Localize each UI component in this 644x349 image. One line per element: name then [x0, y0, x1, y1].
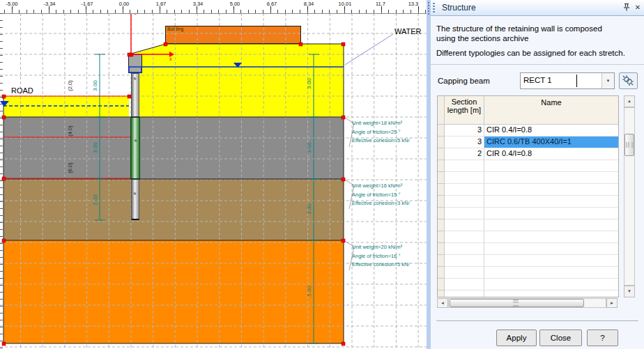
help-button[interactable]: ? [587, 329, 618, 346]
layer-boundaries [3, 44, 344, 343]
capping-beam-select[interactable]: RECT 1 ▼ [520, 72, 615, 89]
ruler-label: 8.34 [304, 1, 314, 7]
dim-right-2: 3.00 [306, 142, 312, 153]
scroll-down-button[interactable]: ▼ [624, 286, 635, 297]
table-row-empty[interactable] [438, 196, 618, 208]
application-window: Building [0, 0, 644, 349]
dim-left-1: 3.00 [92, 80, 98, 91]
table-row-empty[interactable] [438, 208, 618, 219]
cell-length[interactable]: 3 [445, 125, 484, 137]
structure-panel: Structure ✕ The structure of the retaini… [431, 0, 644, 349]
table-row[interactable]: 2 CIR 0.4/I=0.8 [438, 148, 618, 160]
z-axis [131, 11, 170, 54]
vertical-scrollbar-thumb[interactable] [624, 134, 634, 156]
ruler-label: 11.7 [376, 1, 385, 7]
column-header-length: Section length [m] [445, 96, 484, 125]
scroll-up-button[interactable]: ▲ [624, 95, 635, 107]
layer-thickness-1: (2.0) [67, 80, 73, 91]
capping-beam-label: Capping beam [438, 77, 490, 85]
linework [0, 0, 427, 349]
panel-description2: Different typologies can be assigned for… [436, 49, 625, 57]
cell-length[interactable]: 3 [445, 137, 484, 148]
apply-button[interactable]: Apply [496, 329, 537, 346]
titlebar-grip [433, 3, 435, 13]
soil-annotation-3: Unit weight=20 kN/m³ Angle of friction=1… [352, 243, 426, 270]
ruler-label: 13.3 [408, 1, 419, 7]
dim-right-1: 3.00 [306, 78, 312, 89]
table-row-empty[interactable] [438, 184, 618, 196]
table-header-row: Section length [m] Name [438, 96, 618, 125]
row-header-gutter [438, 96, 445, 125]
cell-length[interactable]: 2 [445, 148, 484, 160]
ruler-label: -5.00 [6, 1, 17, 7]
ruler-label: -1.67 [81, 1, 93, 7]
horizontal-ruler: -5.00 -3.34 -1.67 0.00 1.67 3.34 5.00 6.… [0, 0, 427, 14]
ruler-label: 0.00 [119, 1, 130, 7]
separator [436, 320, 638, 321]
thumb-grip [627, 142, 633, 148]
text-caret [576, 75, 577, 87]
splitter-grip [428, 2, 429, 15]
dim-left-3: 2.00 [92, 194, 98, 205]
scroll-left-button[interactable]: ◄ [437, 298, 448, 308]
layer-thickness-3: (6.0) [67, 162, 73, 173]
dim-right-3: 3.00 [306, 203, 312, 215]
pile-mark-3: ø [132, 192, 137, 195]
table-row[interactable]: 3 CIR 0.4/I=0.8 [438, 125, 618, 137]
ruler-minor-ticks [0, 10, 427, 13]
water-label: WATER [394, 27, 422, 36]
water-label-leader [345, 34, 393, 65]
ruler-label: 1.67 [156, 1, 167, 7]
table-row-empty[interactable] [438, 172, 618, 184]
cell-name[interactable]: CIR 0.4/I=0.8 [484, 125, 619, 137]
cell-name-selected[interactable]: CIRC 0.6/TB 400X40/I=1 [484, 137, 619, 148]
panel-titlebar[interactable]: Structure ✕ [431, 0, 644, 16]
table-row-empty[interactable] [438, 279, 618, 290]
capping-beam-value: RECT 1 [523, 76, 552, 84]
panel-title: Structure [442, 3, 476, 13]
ruler-label: 3.34 [193, 1, 204, 7]
control-points [2, 42, 345, 346]
dim-right-4: 5.00 [306, 286, 312, 297]
table-row-empty[interactable] [438, 243, 618, 255]
pile-mark-1: ø [132, 77, 137, 80]
drawing-canvas[interactable]: Building [0, 0, 427, 349]
close-button[interactable]: Close [539, 329, 582, 346]
ruler-label: -3.34 [43, 1, 55, 7]
dim-left-2: 3.00 [92, 142, 98, 153]
scroll-right-button[interactable]: ► [606, 298, 618, 308]
soil-annotation-2: Unit weight=16 kN/m³ Angle of friction=1… [352, 182, 426, 208]
table-row-empty[interactable] [438, 231, 618, 243]
close-icon[interactable]: ✕ [633, 3, 643, 13]
layer-thickness-2: (4.0) [67, 125, 73, 136]
pin-icon[interactable] [621, 3, 631, 13]
column-header-name: Name [484, 96, 619, 125]
ruler-label: 5.00 [230, 1, 240, 7]
separator [431, 64, 644, 65]
road-label: ROAD [11, 86, 33, 95]
ruler-label: 6.67 [267, 1, 277, 7]
thumb-grip [513, 300, 519, 307]
soil-annotation-1: Unit weight=18 kN/m³ Angle of friction=2… [352, 119, 426, 146]
ruler-label: 10.01 [339, 1, 352, 7]
sections-archive-button[interactable] [619, 72, 638, 89]
table-row-empty[interactable] [438, 255, 618, 267]
water-lines [3, 67, 344, 106]
chevron-down-icon[interactable]: ▼ [601, 73, 614, 88]
panel-description-line2: using the sections archive [436, 34, 528, 42]
table-row-selected[interactable]: 3 CIRC 0.6/TB 400X40/I=1 [438, 137, 618, 148]
stretches-table[interactable]: Section length [m] Name 3 CIR 0.4/I=0.8 … [437, 95, 619, 297]
table-row-empty[interactable] [438, 160, 618, 172]
table-row-empty[interactable] [438, 267, 618, 279]
table-row-empty[interactable] [438, 290, 618, 297]
panel-description-line1: The structure of the retaining wall is c… [436, 24, 602, 33]
pile-mark-2: ø [133, 139, 137, 142]
table-row-empty[interactable] [438, 219, 618, 231]
horizontal-scrollbar-thumb[interactable] [450, 299, 584, 307]
x-axis-label: x [169, 56, 172, 62]
cell-name[interactable]: CIR 0.4/I=0.8 [484, 148, 619, 160]
vertical-ruler [0, 13, 3, 349]
